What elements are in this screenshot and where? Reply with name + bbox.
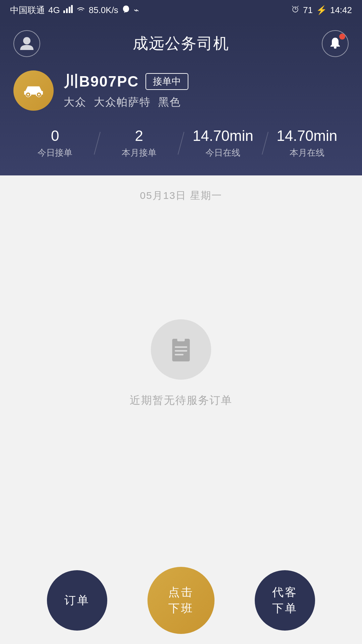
svg-rect-3 (71, 5, 73, 13)
stat-today-orders: 0 今日接单 (13, 127, 97, 159)
stat-month-online: 14.70min 本月在线 (265, 127, 349, 159)
stat-month-orders-label: 本月接单 (98, 147, 181, 159)
status-bar: 中国联通 4G 85.0K/s ⌁ (0, 0, 362, 20)
clipboard-icon (166, 334, 196, 365)
signal-icon (63, 5, 73, 15)
status-left: 中国联通 4G 85.0K/s ⌁ (10, 4, 139, 16)
stat-today-online: 14.70min 今日在线 (181, 127, 265, 159)
svg-point-7 (23, 37, 31, 44)
bottom-bar: 订单 点击 下班 代客 下单 (0, 570, 362, 644)
svg-point-11 (27, 94, 29, 96)
svg-rect-6 (295, 9, 297, 9)
bolt-icon: ⚡ (316, 5, 327, 15)
svg-rect-1 (66, 8, 68, 13)
empty-icon-circle (151, 319, 211, 380)
empty-text: 近期暂无待服务订单 (130, 393, 232, 408)
time-label: 14:42 (330, 5, 352, 15)
car-plate-row: 川B907PC 接单中 (64, 72, 349, 92)
speed-label: 85.0K/s (89, 5, 118, 15)
date-text: 05月13日 星期一 (140, 190, 222, 201)
svg-rect-15 (175, 346, 187, 348)
svg-rect-17 (175, 354, 183, 356)
header-top: 成远公务司机 (13, 30, 349, 57)
notification-button[interactable] (322, 30, 349, 57)
car-icon (22, 78, 45, 103)
qq-icon (122, 5, 130, 16)
avatar-button[interactable] (13, 30, 40, 57)
network-type: 4G (48, 5, 60, 15)
carrier-label: 中国联通 (10, 4, 45, 16)
stat-today-online-value: 14.70min (181, 127, 265, 144)
proxy-order-button[interactable]: 代客 下单 (255, 570, 315, 631)
car-plate: 川B907PC (64, 72, 139, 92)
main-content: 05月13日 星期一 近期暂无待服务订单 (0, 175, 362, 544)
clockout-button[interactable]: 点击 下班 (147, 567, 215, 634)
svg-rect-0 (63, 10, 65, 13)
header: 成远公务司机 (0, 20, 362, 175)
stat-today-online-label: 今日在线 (181, 147, 265, 159)
svg-rect-2 (69, 7, 70, 13)
svg-rect-16 (175, 350, 187, 352)
empty-state: 近期暂无待服务订单 (130, 216, 232, 544)
stat-month-online-value: 14.70min (265, 127, 349, 144)
notification-badge (339, 34, 345, 40)
car-details: 川B907PC 接单中 大众 大众帕萨特 黑色 (64, 72, 349, 110)
status-badge: 接单中 (145, 73, 188, 90)
person-icon (18, 35, 35, 53)
date-bar: 05月13日 星期一 (0, 175, 362, 216)
alarm-icon (291, 5, 300, 16)
battery-level: 71 (303, 5, 313, 15)
svg-point-12 (38, 94, 40, 96)
wifi-icon (76, 5, 85, 15)
stat-month-orders-value: 2 (98, 127, 181, 144)
stats-row: 0 今日接单 2 本月接单 14.70min 今日在线 14.70min 本月在… (13, 127, 349, 159)
usb-icon: ⌁ (134, 5, 139, 15)
svg-point-8 (334, 46, 337, 48)
svg-rect-14 (177, 336, 185, 341)
car-model: 大众 大众帕萨特 黑色 (64, 95, 349, 110)
stat-today-orders-label: 今日接单 (13, 147, 97, 159)
stat-month-online-label: 本月在线 (265, 147, 349, 159)
stat-month-orders: 2 本月接单 (98, 127, 181, 159)
orders-button[interactable]: 订单 (47, 570, 107, 631)
car-icon-circle (13, 70, 54, 111)
app-title: 成远公务司机 (133, 33, 229, 54)
stat-today-orders-value: 0 (13, 127, 97, 144)
car-info: 川B907PC 接单中 大众 大众帕萨特 黑色 (13, 70, 349, 111)
status-right: 71 ⚡ 14:42 (291, 5, 352, 16)
